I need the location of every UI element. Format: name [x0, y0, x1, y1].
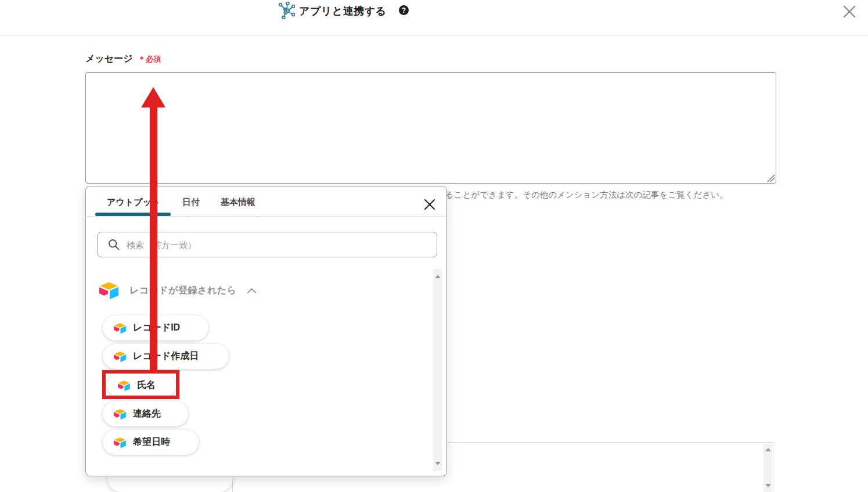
close-icon[interactable] — [840, 2, 859, 21]
output-pill-preferred-datetime[interactable]: 希望日時 — [103, 430, 199, 455]
mention-help-text: することができます。その他のメンション方法は次の記事をご覧ください。 — [437, 189, 728, 200]
search-icon — [108, 239, 120, 250]
app-icon — [113, 408, 127, 420]
tab-basic-info[interactable]: 基本情報 — [221, 197, 255, 208]
tab-divider — [86, 216, 446, 217]
trigger-group-label: レコードが登録されたら — [129, 285, 237, 297]
output-pill-record-created-date[interactable]: レコード作成日 — [103, 344, 229, 369]
help-icon[interactable]: ? — [399, 5, 409, 15]
tab-date[interactable]: 日付 — [182, 197, 200, 208]
annotation-arrow-shaft — [150, 107, 157, 372]
output-picker-popup: アウトプット 日付 基本情報 レコードが登録されたら レコードID レコード作成… — [85, 186, 447, 476]
dialog-title: アプリと連携する — [299, 4, 387, 18]
output-pill-label: レコード作成日 — [133, 350, 199, 362]
dialog-header: アプリと連携する ? — [0, 0, 868, 36]
secondary-scrollbar[interactable] — [763, 443, 772, 492]
scroll-down-icon[interactable] — [435, 462, 441, 465]
app-icon — [113, 351, 127, 362]
output-pill-label: 連絡先 — [133, 408, 161, 420]
message-label-row: メッセージ ＊必須 — [85, 53, 161, 65]
annotation-highlight-rect — [102, 370, 179, 399]
message-textarea[interactable] — [85, 72, 776, 184]
app-icon — [98, 281, 120, 300]
scroll-up-icon[interactable] — [435, 275, 441, 278]
app-icon — [113, 322, 127, 334]
scroll-up-icon[interactable] — [765, 448, 771, 451]
search-input[interactable] — [125, 239, 437, 250]
popup-close-icon[interactable] — [423, 197, 437, 211]
trigger-group-row[interactable]: レコードが登録されたら — [98, 281, 256, 300]
chevron-up-icon[interactable] — [247, 288, 256, 293]
app-icon — [113, 437, 127, 448]
search-box — [97, 232, 437, 257]
scroll-down-icon[interactable] — [765, 484, 771, 487]
required-badge: ＊必須 — [138, 54, 162, 64]
message-field-label: メッセージ — [85, 53, 133, 65]
output-pill-contact[interactable]: 連絡先 — [103, 401, 188, 426]
annotation-arrow-head-icon — [141, 87, 165, 107]
output-pill-label: 希望日時 — [133, 436, 170, 448]
integration-network-icon — [278, 2, 295, 19]
popup-scrollbar[interactable] — [433, 269, 442, 471]
